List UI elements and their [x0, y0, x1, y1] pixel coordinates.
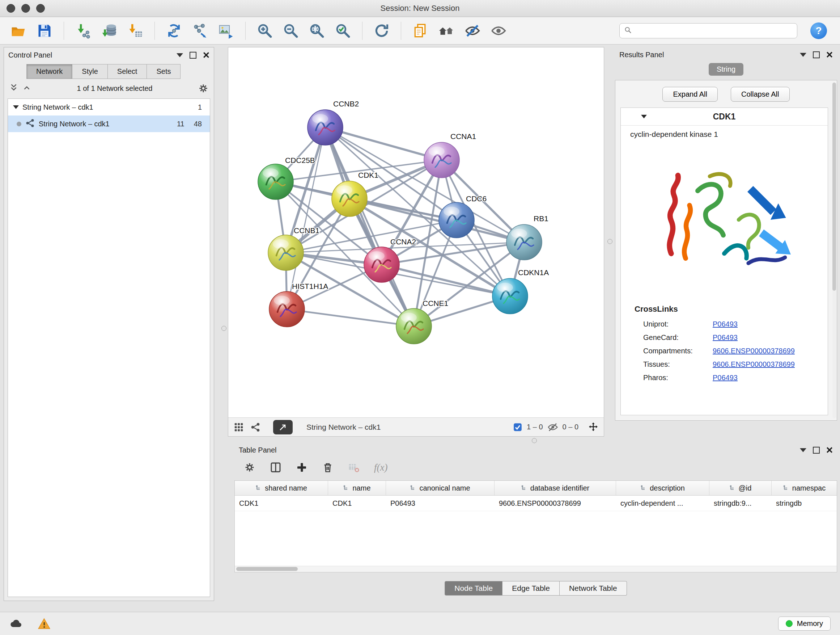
panel-maximize-icon[interactable] [813, 51, 820, 58]
panel-float-icon[interactable] [800, 448, 806, 452]
network-node-CCNA1[interactable]: CCNA1 [424, 132, 476, 178]
column-header[interactable]: shared name [235, 481, 328, 495]
cell-namespace[interactable]: stringdb [772, 499, 837, 508]
network-node-HIST1H1A[interactable]: HIST1H1A [269, 282, 328, 327]
pan-move-icon[interactable] [588, 422, 599, 432]
network-node-RB1[interactable]: RB1 [507, 214, 548, 260]
collapse-all-button[interactable]: Collapse All [731, 87, 790, 102]
vertical-splitter-handle[interactable] [221, 326, 226, 331]
export-image-button[interactable] [215, 20, 237, 42]
node-count: 11 [177, 120, 185, 128]
network-graph[interactable]: CCNB2CCNA1CDC25BCDK1CDC6RB1CCNB1CCNA2CDK… [228, 48, 604, 416]
close-window-icon[interactable] [6, 4, 15, 13]
open-session-button[interactable] [7, 20, 30, 42]
crosslink-link-genecard[interactable]: P06493 [713, 333, 737, 342]
eye-button[interactable] [487, 20, 510, 42]
column-header[interactable]: database identifier [494, 481, 616, 495]
panel-close-icon[interactable] [826, 447, 833, 453]
cloud-icon[interactable] [9, 617, 22, 630]
cell-database-identifier[interactable]: 9606.ENSP00000378699 [494, 499, 616, 508]
network-canvas[interactable]: CCNB2CCNA1CDC25BCDK1CDC6RB1CCNB1CCNA2CDK… [228, 48, 604, 417]
zoom-in-button[interactable] [254, 20, 276, 42]
collection-expand-icon[interactable] [13, 105, 19, 109]
panel-float-icon[interactable] [177, 53, 183, 57]
tab-style[interactable]: Style [73, 64, 107, 79]
import-network-from-file-button[interactable] [72, 20, 95, 42]
cell-id[interactable]: stringdb:9... [709, 499, 772, 508]
show-columns-icon[interactable] [270, 462, 281, 473]
help-button[interactable]: ? [810, 22, 827, 39]
tab-string-results[interactable]: String [709, 63, 744, 76]
share-network-icon[interactable] [250, 422, 261, 432]
results-scrollbar[interactable] [832, 82, 836, 418]
results-panel: Results Panel String Expand All Collapse… [615, 47, 837, 421]
import-table-button[interactable] [124, 20, 147, 42]
table-horizontal-scrollbar[interactable] [235, 566, 837, 572]
hidden-elements-eye-icon[interactable] [547, 422, 558, 432]
tab-sets[interactable]: Sets [147, 64, 180, 79]
panel-close-icon[interactable] [826, 51, 833, 58]
home-overview-button[interactable] [435, 20, 458, 42]
zoom-out-button[interactable] [279, 20, 302, 42]
horizontal-splitter-handle[interactable] [532, 438, 537, 443]
tab-node-table[interactable]: Node Table [445, 581, 502, 595]
crosslink-link-compartments[interactable]: 9606.ENSP00000378699 [713, 347, 795, 355]
minimize-window-icon[interactable] [21, 4, 30, 13]
table-row[interactable]: CDK1 CDK1 P06493 9606.ENSP00000378699 cy… [235, 496, 837, 511]
show-hide-button[interactable] [461, 20, 484, 42]
network-node-CDKN1A[interactable]: CDKN1A [493, 268, 549, 314]
panel-close-icon[interactable] [203, 52, 210, 58]
table-settings-gear-icon[interactable] [244, 462, 256, 473]
delete-column-trash-icon[interactable] [322, 462, 333, 473]
memory-button[interactable]: Memory [778, 616, 831, 631]
network-row[interactable]: String Network – cdk1 11 48 [8, 116, 210, 132]
clone-network-button[interactable] [163, 20, 185, 42]
add-column-icon[interactable] [296, 462, 308, 473]
gear-icon[interactable] [198, 83, 209, 94]
panel-float-icon[interactable] [800, 53, 806, 57]
vertical-splitter-handle[interactable] [607, 239, 613, 244]
search-input[interactable] [635, 26, 793, 35]
expand-tree-icon[interactable] [9, 83, 19, 94]
zoom-window-icon[interactable] [36, 4, 45, 13]
column-header[interactable]: name [328, 481, 386, 495]
crosslink-link-pharos[interactable]: P06493 [713, 374, 737, 382]
tab-network-table[interactable]: Network Table [560, 581, 627, 595]
selected-nodes-checkbox-icon[interactable] [513, 423, 523, 432]
column-header[interactable]: namespac [772, 481, 837, 495]
import-network-from-database-button[interactable] [98, 20, 120, 42]
network-edge[interactable] [287, 309, 414, 326]
tab-edge-table[interactable]: Edge Table [502, 581, 560, 595]
column-header[interactable]: @id [709, 481, 772, 495]
annotation-mode-button[interactable] [273, 420, 293, 434]
tab-select[interactable]: Select [108, 64, 147, 79]
network-edge[interactable] [325, 127, 414, 326]
network-collection-row[interactable]: String Network – cdk1 1 [8, 99, 210, 116]
network-node-CCNB2[interactable]: CCNB2 [308, 100, 359, 145]
column-header[interactable]: canonical name [386, 481, 494, 495]
cell-canonical-name[interactable]: P06493 [386, 499, 494, 508]
crosslink-link-tissues[interactable]: 9606.ENSP00000378699 [713, 360, 795, 369]
warning-icon[interactable] [38, 617, 51, 630]
tab-network[interactable]: Network [27, 64, 73, 79]
network-status-cluster: 1 – 0 0 – 0 [513, 422, 599, 432]
panel-maximize-icon[interactable] [813, 447, 820, 454]
expand-all-button[interactable]: Expand All [662, 87, 718, 102]
protein-header[interactable]: CDK1 [621, 108, 828, 126]
cell-shared-name[interactable]: CDK1 [235, 499, 328, 508]
zoom-selected-button[interactable] [332, 20, 354, 42]
birds-eye-view-icon[interactable] [233, 422, 244, 432]
save-session-button[interactable] [33, 20, 56, 42]
network-node-CDK1[interactable]: CDK1 [332, 171, 378, 217]
cell-description[interactable]: cyclin-dependent ... [616, 499, 709, 508]
refresh-button[interactable] [370, 20, 393, 42]
copy-document-button[interactable] [409, 20, 431, 42]
new-network-from-selection-button[interactable] [189, 20, 211, 42]
collapse-tree-icon[interactable] [22, 83, 32, 94]
column-header[interactable]: description [616, 481, 709, 495]
crosslink-label: Tissues: [643, 360, 713, 369]
zoom-fit-button[interactable] [306, 20, 328, 42]
cell-name[interactable]: CDK1 [328, 499, 386, 508]
panel-maximize-icon[interactable] [189, 52, 196, 59]
crosslink-link-uniprot[interactable]: P06493 [713, 320, 737, 328]
